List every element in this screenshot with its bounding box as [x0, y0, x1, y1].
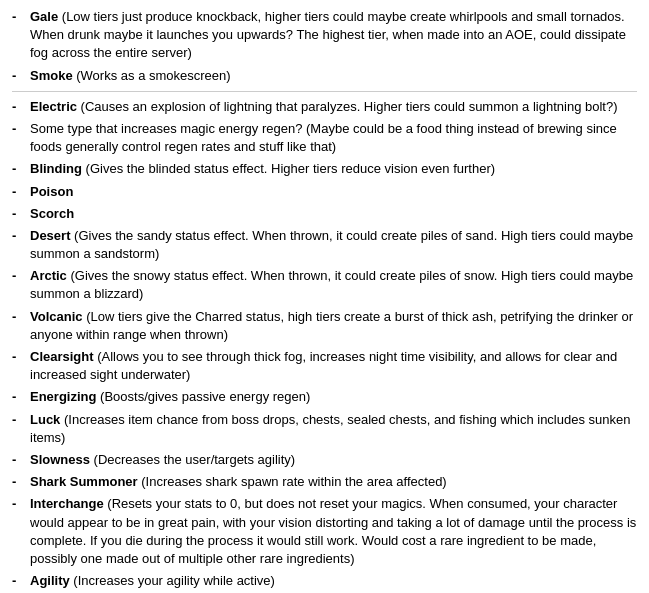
list-item: -Scorch — [12, 205, 637, 223]
item-text: Some type that increases magic energy re… — [30, 120, 637, 156]
bullet: - — [12, 160, 30, 178]
item-text: Volcanic (Low tiers give the Charred sta… — [30, 308, 637, 344]
bullet: - — [12, 388, 30, 406]
bullet: - — [12, 205, 30, 223]
list-item: -Clearsight (Allows you to see through t… — [12, 348, 637, 384]
bullet: - — [12, 267, 30, 285]
list-item: -Slowness (Decreases the user/targets ag… — [12, 451, 637, 469]
bullet: - — [12, 8, 30, 26]
list-item: -Shark Summoner (Increases shark spawn r… — [12, 473, 637, 491]
bullet: - — [12, 348, 30, 366]
items-list: -Gale (Low tiers just produce knockback,… — [12, 8, 637, 590]
list-item: -Energizing (Boosts/gives passive energy… — [12, 388, 637, 406]
item-text: Clearsight (Allows you to see through th… — [30, 348, 637, 384]
item-text: Shark Summoner (Increases shark spawn ra… — [30, 473, 637, 491]
item-text: Electric (Causes an explosion of lightni… — [30, 98, 637, 116]
bullet: - — [12, 98, 30, 116]
bullet: - — [12, 451, 30, 469]
list-item: -Arctic (Gives the snowy status effect. … — [12, 267, 637, 303]
item-text: Arctic (Gives the snowy status effect. W… — [30, 267, 637, 303]
bullet: - — [12, 572, 30, 590]
list-item: -Blinding (Gives the blinded status effe… — [12, 160, 637, 178]
item-text: Poison — [30, 183, 637, 201]
item-text: Interchange (Resets your stats to 0, but… — [30, 495, 637, 568]
list-item: -Poison — [12, 183, 637, 201]
item-text: Smoke (Works as a smokescreen) — [30, 67, 637, 85]
bullet: - — [12, 495, 30, 513]
list-item: -Smoke (Works as a smokescreen) — [12, 67, 637, 85]
bullet: - — [12, 411, 30, 429]
item-text: Gale (Low tiers just produce knockback, … — [30, 8, 637, 63]
item-text: Desert (Gives the sandy status effect. W… — [30, 227, 637, 263]
list-item: -Volcanic (Low tiers give the Charred st… — [12, 308, 637, 344]
item-text: Scorch — [30, 205, 637, 223]
bullet: - — [12, 473, 30, 491]
list-item: -Interchange (Resets your stats to 0, bu… — [12, 495, 637, 568]
item-text: Blinding (Gives the blinded status effec… — [30, 160, 637, 178]
bullet: - — [12, 308, 30, 326]
section-divider — [12, 91, 637, 92]
list-item: -Desert (Gives the sandy status effect. … — [12, 227, 637, 263]
list-item: -Agility (Increases your agility while a… — [12, 572, 637, 590]
list-item: -Gale (Low tiers just produce knockback,… — [12, 8, 637, 63]
bullet: - — [12, 120, 30, 138]
item-text: Agility (Increases your agility while ac… — [30, 572, 637, 590]
bullet: - — [12, 67, 30, 85]
item-text: Slowness (Decreases the user/targets agi… — [30, 451, 637, 469]
list-item: -Some type that increases magic energy r… — [12, 120, 637, 156]
bullet: - — [12, 227, 30, 245]
bullet: - — [12, 183, 30, 201]
list-item: -Luck (Increases item chance from boss d… — [12, 411, 637, 447]
item-text: Energizing (Boosts/gives passive energy … — [30, 388, 637, 406]
item-text: Luck (Increases item chance from boss dr… — [30, 411, 637, 447]
list-item: -Electric (Causes an explosion of lightn… — [12, 98, 637, 116]
